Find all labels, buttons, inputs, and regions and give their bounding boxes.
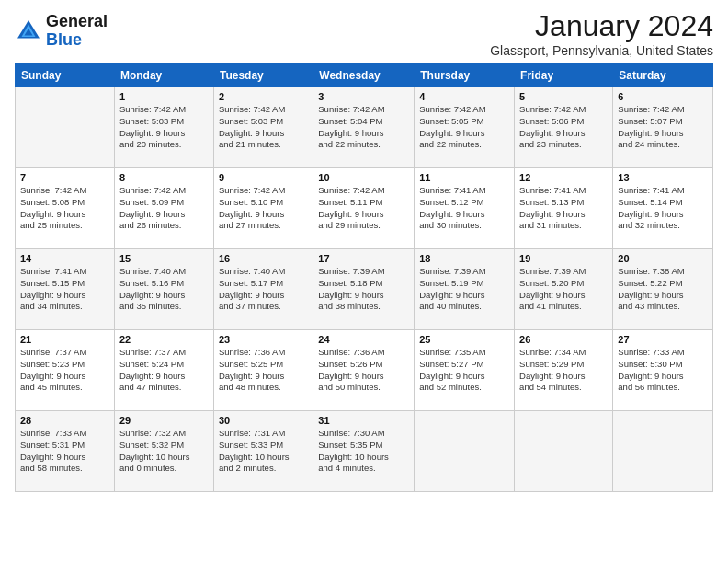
day-number: 11	[419, 172, 509, 183]
calendar-cell: 21Sunrise: 7:37 AM Sunset: 5:23 PM Dayli…	[16, 330, 115, 411]
day-info: Sunrise: 7:42 AM Sunset: 5:09 PM Dayligh…	[119, 185, 209, 232]
calendar-cell: 31Sunrise: 7:30 AM Sunset: 5:35 PM Dayli…	[313, 411, 415, 492]
day-info: Sunrise: 7:32 AM Sunset: 5:32 PM Dayligh…	[119, 428, 209, 475]
day-info: Sunrise: 7:42 AM Sunset: 5:11 PM Dayligh…	[318, 185, 409, 232]
day-info: Sunrise: 7:39 AM Sunset: 5:19 PM Dayligh…	[419, 266, 509, 313]
calendar-cell: 10Sunrise: 7:42 AM Sunset: 5:11 PM Dayli…	[313, 168, 415, 249]
calendar-week-row: 1Sunrise: 7:42 AM Sunset: 5:03 PM Daylig…	[16, 87, 713, 168]
logo-icon	[15, 17, 42, 45]
day-info: Sunrise: 7:36 AM Sunset: 5:26 PM Dayligh…	[318, 347, 409, 394]
day-number: 3	[318, 91, 409, 102]
day-number: 19	[519, 253, 608, 264]
day-info: Sunrise: 7:40 AM Sunset: 5:16 PM Dayligh…	[119, 266, 209, 313]
calendar-cell: 2Sunrise: 7:42 AM Sunset: 5:03 PM Daylig…	[213, 87, 313, 168]
day-info: Sunrise: 7:33 AM Sunset: 5:30 PM Dayligh…	[618, 347, 708, 394]
calendar-cell: 23Sunrise: 7:36 AM Sunset: 5:25 PM Dayli…	[213, 330, 313, 411]
calendar-table: SundayMondayTuesdayWednesdayThursdayFrid…	[15, 63, 713, 492]
calendar-week-row: 28Sunrise: 7:33 AM Sunset: 5:31 PM Dayli…	[16, 411, 713, 492]
day-number: 30	[219, 415, 308, 426]
day-number: 24	[318, 334, 409, 345]
calendar-cell: 3Sunrise: 7:42 AM Sunset: 5:04 PM Daylig…	[313, 87, 415, 168]
calendar-cell: 18Sunrise: 7:39 AM Sunset: 5:19 PM Dayli…	[415, 249, 515, 330]
weekday-header: Sunday	[16, 64, 115, 87]
calendar-cell: 15Sunrise: 7:40 AM Sunset: 5:16 PM Dayli…	[114, 249, 213, 330]
day-info: Sunrise: 7:42 AM Sunset: 5:08 PM Dayligh…	[20, 185, 109, 232]
calendar-header-row: SundayMondayTuesdayWednesdayThursdayFrid…	[16, 64, 713, 87]
calendar-cell	[415, 411, 515, 492]
calendar-cell: 5Sunrise: 7:42 AM Sunset: 5:06 PM Daylig…	[515, 87, 613, 168]
day-info: Sunrise: 7:36 AM Sunset: 5:25 PM Dayligh…	[219, 347, 308, 394]
calendar-cell: 27Sunrise: 7:33 AM Sunset: 5:30 PM Dayli…	[613, 330, 713, 411]
day-number: 16	[219, 253, 308, 264]
day-info: Sunrise: 7:41 AM Sunset: 5:13 PM Dayligh…	[519, 185, 608, 232]
calendar-cell: 14Sunrise: 7:41 AM Sunset: 5:15 PM Dayli…	[16, 249, 115, 330]
weekday-header: Friday	[515, 64, 613, 87]
day-info: Sunrise: 7:30 AM Sunset: 5:35 PM Dayligh…	[318, 428, 409, 475]
day-number: 21	[20, 334, 109, 345]
logo-general: General	[46, 12, 108, 30]
logo-blue-text: Blue	[46, 30, 82, 49]
day-number: 15	[119, 253, 209, 264]
day-number: 17	[318, 253, 409, 264]
calendar-cell: 19Sunrise: 7:39 AM Sunset: 5:20 PM Dayli…	[515, 249, 613, 330]
day-number: 18	[419, 253, 509, 264]
calendar-cell: 25Sunrise: 7:35 AM Sunset: 5:27 PM Dayli…	[415, 330, 515, 411]
calendar-cell: 4Sunrise: 7:42 AM Sunset: 5:05 PM Daylig…	[415, 87, 515, 168]
day-number: 27	[618, 334, 708, 345]
day-number: 4	[419, 91, 509, 102]
calendar-cell: 1Sunrise: 7:42 AM Sunset: 5:03 PM Daylig…	[114, 87, 213, 168]
day-info: Sunrise: 7:37 AM Sunset: 5:23 PM Dayligh…	[20, 347, 109, 394]
title-block: January 2024 Glassport, Pennsylvania, Un…	[490, 9, 713, 58]
calendar-cell: 26Sunrise: 7:34 AM Sunset: 5:29 PM Dayli…	[515, 330, 613, 411]
day-number: 1	[119, 91, 209, 102]
day-number: 2	[219, 91, 308, 102]
calendar-cell: 17Sunrise: 7:39 AM Sunset: 5:18 PM Dayli…	[313, 249, 415, 330]
calendar-cell	[16, 87, 115, 168]
day-info: Sunrise: 7:35 AM Sunset: 5:27 PM Dayligh…	[419, 347, 509, 394]
day-number: 20	[618, 253, 708, 264]
calendar-cell: 6Sunrise: 7:42 AM Sunset: 5:07 PM Daylig…	[613, 87, 713, 168]
day-info: Sunrise: 7:42 AM Sunset: 5:06 PM Dayligh…	[519, 104, 608, 151]
weekday-header: Tuesday	[213, 64, 313, 87]
calendar-cell: 16Sunrise: 7:40 AM Sunset: 5:17 PM Dayli…	[213, 249, 313, 330]
day-number: 29	[119, 415, 209, 426]
calendar-cell	[613, 411, 713, 492]
day-number: 8	[119, 172, 209, 183]
calendar-week-row: 14Sunrise: 7:41 AM Sunset: 5:15 PM Dayli…	[16, 249, 713, 330]
location: Glassport, Pennsylvania, United States	[490, 43, 713, 58]
logo: General Blue	[15, 13, 108, 50]
calendar-cell: 22Sunrise: 7:37 AM Sunset: 5:24 PM Dayli…	[114, 330, 213, 411]
calendar-cell: 29Sunrise: 7:32 AM Sunset: 5:32 PM Dayli…	[114, 411, 213, 492]
calendar-cell: 7Sunrise: 7:42 AM Sunset: 5:08 PM Daylig…	[16, 168, 115, 249]
day-info: Sunrise: 7:42 AM Sunset: 5:05 PM Dayligh…	[419, 104, 509, 151]
day-number: 6	[618, 91, 708, 102]
calendar-cell: 20Sunrise: 7:38 AM Sunset: 5:22 PM Dayli…	[613, 249, 713, 330]
day-number: 28	[20, 415, 109, 426]
day-number: 22	[119, 334, 209, 345]
day-info: Sunrise: 7:41 AM Sunset: 5:15 PM Dayligh…	[20, 266, 109, 313]
day-number: 14	[20, 253, 109, 264]
calendar-cell: 30Sunrise: 7:31 AM Sunset: 5:33 PM Dayli…	[213, 411, 313, 492]
day-info: Sunrise: 7:39 AM Sunset: 5:18 PM Dayligh…	[318, 266, 409, 313]
weekday-header: Thursday	[415, 64, 515, 87]
calendar-cell: 28Sunrise: 7:33 AM Sunset: 5:31 PM Dayli…	[16, 411, 115, 492]
day-number: 26	[519, 334, 608, 345]
day-info: Sunrise: 7:42 AM Sunset: 5:03 PM Dayligh…	[219, 104, 308, 151]
day-number: 31	[318, 415, 409, 426]
day-info: Sunrise: 7:31 AM Sunset: 5:33 PM Dayligh…	[219, 428, 308, 475]
page: General Blue January 2024 Glassport, Pen…	[0, 0, 728, 563]
month-title: January 2024	[490, 9, 713, 43]
calendar-cell: 11Sunrise: 7:41 AM Sunset: 5:12 PM Dayli…	[415, 168, 515, 249]
calendar-cell: 9Sunrise: 7:42 AM Sunset: 5:10 PM Daylig…	[213, 168, 313, 249]
calendar-week-row: 7Sunrise: 7:42 AM Sunset: 5:08 PM Daylig…	[16, 168, 713, 249]
day-number: 5	[519, 91, 608, 102]
day-number: 7	[20, 172, 109, 183]
calendar-week-row: 21Sunrise: 7:37 AM Sunset: 5:23 PM Dayli…	[16, 330, 713, 411]
day-number: 10	[318, 172, 409, 183]
weekday-header: Monday	[114, 64, 213, 87]
day-info: Sunrise: 7:42 AM Sunset: 5:10 PM Dayligh…	[219, 185, 308, 232]
day-info: Sunrise: 7:33 AM Sunset: 5:31 PM Dayligh…	[20, 428, 109, 475]
day-info: Sunrise: 7:42 AM Sunset: 5:03 PM Dayligh…	[119, 104, 209, 151]
day-info: Sunrise: 7:37 AM Sunset: 5:24 PM Dayligh…	[119, 347, 209, 394]
calendar-cell	[515, 411, 613, 492]
